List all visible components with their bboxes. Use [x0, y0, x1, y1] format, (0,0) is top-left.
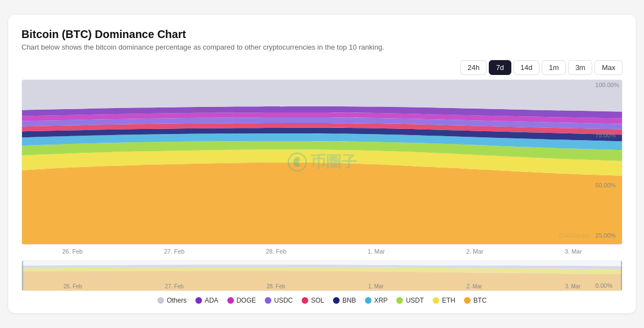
legend-label: BNB	[342, 297, 356, 304]
legend-item-usdc: USDC	[265, 297, 293, 304]
x-label: 3. Mar	[565, 248, 582, 255]
svg-rect-2	[22, 261, 23, 291]
legend-color	[433, 297, 439, 304]
legend-label: USDT	[406, 297, 424, 304]
time-btn-3m[interactable]: 3m	[568, 60, 592, 75]
legend-item-ada: ADA	[195, 297, 219, 304]
x-label: 28. Feb	[266, 248, 286, 255]
legend-label: USDC	[274, 297, 293, 304]
legend-color	[195, 297, 202, 304]
legend-color	[157, 297, 164, 304]
x-label: 2. Mar	[466, 248, 483, 255]
legend-item-usdt: USDT	[396, 297, 424, 304]
x-axis: 26. Feb27. Feb28. Feb1. Mar2. Mar3. Mar	[21, 246, 623, 257]
main-chart: 币圈子 CoinGecko	[21, 79, 623, 245]
legend-item-others: Others	[157, 297, 187, 304]
legend-color	[333, 297, 340, 304]
legend-label: BTC	[473, 297, 487, 304]
svg-rect-1	[22, 261, 622, 291]
legend-label: Others	[167, 297, 187, 304]
chart-subtitle: Chart below shows the bitcoin dominance …	[21, 43, 623, 51]
legend-label: ADA	[205, 297, 219, 304]
time-btn-1m[interactable]: 1m	[542, 60, 566, 75]
legend-label: XRP	[374, 297, 388, 304]
legend-item-xrp: XRP	[365, 297, 388, 304]
legend-item-sol: SOL	[302, 297, 324, 304]
legend-label: ETH	[442, 297, 455, 304]
time-toolbar: 24h7d14d1m3mMax	[21, 60, 623, 75]
legend-color	[464, 297, 471, 304]
legend-item-bnb: BNB	[333, 297, 356, 304]
legend-item-btc: BTC	[464, 297, 487, 304]
legend-color	[365, 297, 372, 304]
legend-color	[396, 297, 403, 304]
legend-color	[227, 297, 234, 304]
x-label: 26. Feb	[62, 248, 83, 255]
legend-color	[265, 297, 271, 304]
legend-label: DOGE	[237, 297, 256, 304]
time-btn-7d[interactable]: 7d	[489, 60, 511, 75]
coingecko-watermark: CoinGecko	[559, 232, 589, 239]
main-card: Bitcoin (BTC) Dominance Chart Chart belo…	[8, 15, 636, 313]
x-label: 27. Feb	[164, 248, 184, 255]
time-btn-14d[interactable]: 14d	[514, 60, 540, 75]
chart-title: Bitcoin (BTC) Dominance Chart	[21, 28, 623, 41]
time-btn-max[interactable]: Max	[594, 60, 623, 75]
legend-item-doge: DOGE	[227, 297, 256, 304]
svg-rect-3	[621, 261, 622, 291]
legend: OthersADADOGEUSDCSOLBNBXRPUSDTETHBTC	[21, 297, 623, 304]
x-label: 1. Mar	[368, 248, 385, 255]
legend-color	[302, 297, 308, 304]
legend-item-eth: ETH	[433, 297, 455, 304]
time-btn-24h[interactable]: 24h	[460, 60, 487, 75]
legend-label: SOL	[311, 297, 324, 304]
mini-chart[interactable]: 26. Feb27. Feb28. Feb1. Mar2. Mar3. Mar	[21, 260, 623, 291]
